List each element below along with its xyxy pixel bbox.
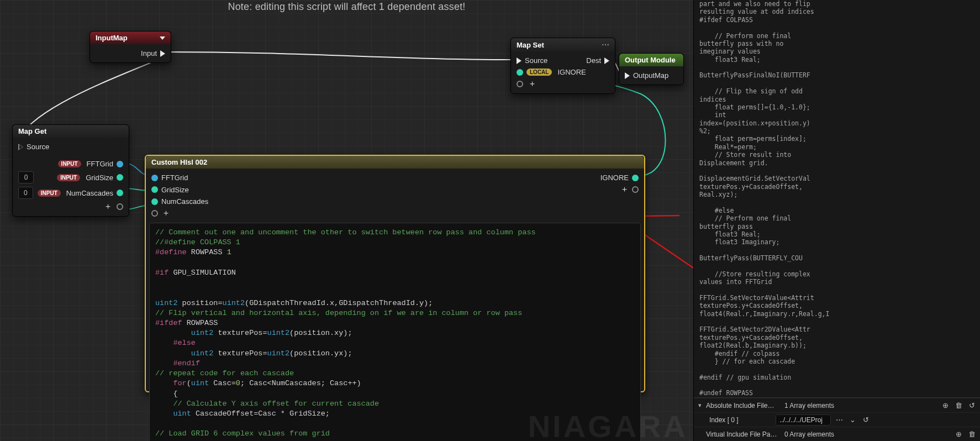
reset-icon[interactable]: ↺ — [861, 415, 871, 425]
pin-extra[interactable] — [632, 186, 639, 193]
node-title: Custom Hlsl 002 — [151, 158, 207, 166]
pin-extra[interactable] — [151, 210, 158, 217]
ellipsis-icon[interactable]: ⋯ — [834, 415, 844, 425]
hlsl-code-editor[interactable]: // Comment out one and uncomment the oth… — [149, 223, 641, 441]
trash-icon[interactable]: 🗑 — [967, 429, 977, 439]
node-header[interactable]: Output Module — [619, 54, 683, 66]
node-title: Map Set — [517, 41, 544, 49]
data-pin-out[interactable] — [632, 175, 639, 181]
file-path-input[interactable] — [776, 414, 831, 426]
add-pin-button[interactable]: ＋ — [103, 202, 112, 211]
graph-canvas[interactable]: Note: editing this script will affect 1 … — [0, 0, 693, 441]
data-pin-in[interactable] — [517, 69, 523, 76]
chevron-down-icon[interactable]: ⌄ — [847, 415, 857, 425]
add-element-button[interactable]: ⊕ — [940, 401, 950, 411]
pin-label: NumCascades — [161, 197, 208, 206]
data-pin-in[interactable] — [151, 198, 158, 205]
prop-label: Absolute Include File… — [706, 402, 781, 410]
svg-line-1 — [641, 232, 693, 360]
prop-row-abs-include[interactable]: ▾ Absolute Include File… 1 Array element… — [694, 398, 980, 412]
trash-icon[interactable]: 🗑 — [953, 401, 963, 411]
exec-pin-in[interactable] — [18, 144, 23, 150]
prop-value: 1 Array elements — [784, 402, 937, 410]
node-custom-hlsl[interactable]: Custom Hlsl 002 FFTGrid IGNORE GridSize — [145, 155, 645, 392]
properties-section: ▾ Absolute Include File… 1 Array element… — [694, 397, 980, 441]
note-banner: Note: editing this script will affect 1 … — [0, 0, 693, 13]
pin-label: GridSize — [86, 174, 113, 182]
pin-label: FFTGrid — [87, 160, 113, 168]
ellipsis-icon[interactable]: ⋯ — [602, 40, 609, 49]
pin-label: OutputMap — [633, 71, 668, 80]
pin-extra[interactable] — [117, 203, 123, 210]
prop-row-virt-include[interactable]: ▾ Virtual Include File Pa… 0 Array eleme… — [694, 427, 980, 441]
pin-label: Input — [141, 49, 157, 57]
int-field[interactable]: 0 — [18, 187, 33, 199]
pin-label: Source — [27, 143, 49, 151]
pin-extra[interactable] — [517, 81, 523, 87]
exec-pin-out[interactable] — [604, 57, 609, 64]
badge-input: INPUT — [38, 190, 61, 197]
pin-label: GridSize — [161, 186, 189, 194]
data-pin-out[interactable] — [117, 174, 123, 181]
badge-input: INPUT — [57, 174, 80, 181]
node-header[interactable]: InputMap — [90, 32, 171, 44]
add-input-button[interactable]: ＋ — [161, 209, 170, 218]
pin-label: IGNORE — [557, 68, 586, 76]
node-header[interactable]: Map Get — [13, 125, 129, 138]
badge-input: INPUT — [58, 160, 81, 167]
int-field[interactable]: 0 — [18, 171, 34, 183]
reset-icon[interactable]: ↺ — [967, 401, 977, 411]
node-title: Output Module — [625, 56, 676, 64]
add-element-button[interactable]: ⊕ — [953, 429, 963, 439]
node-outputmodule[interactable]: Output Module OutputMap — [619, 53, 684, 85]
prop-value: 0 Array elements — [784, 431, 950, 438]
add-output-button[interactable]: ＋ — [620, 185, 629, 194]
node-header[interactable]: Custom Hlsl 002 — [146, 156, 644, 169]
chevron-down-icon[interactable] — [160, 36, 165, 40]
exec-pin-in[interactable] — [517, 57, 521, 64]
data-pin-in[interactable] — [151, 186, 158, 193]
data-pin-out[interactable] — [117, 190, 123, 196]
node-mapget[interactable]: Map Get Source INPUT FFTGrid 0 — [12, 124, 129, 217]
node-inputmap[interactable]: InputMap Input — [89, 31, 171, 63]
prop-label: Index [ 0 ] — [709, 416, 772, 424]
node-title: InputMap — [96, 34, 128, 42]
exec-pin-out[interactable] — [160, 50, 165, 57]
code-preview[interactable]: part and we also need to flip resulting … — [694, 0, 980, 397]
pin-label: IGNORE — [600, 174, 629, 182]
data-pin-in[interactable] — [151, 175, 158, 181]
add-pin-button[interactable]: ＋ — [528, 80, 536, 88]
pin-label: FFTGrid — [161, 174, 188, 182]
prop-row-index0[interactable]: Index [ 0 ] ⋯ ⌄ ↺ — [694, 412, 980, 427]
pin-label: Source — [525, 56, 547, 65]
exec-pin-in[interactable] — [625, 72, 630, 79]
pin-label: NumCascades — [66, 189, 113, 197]
node-header[interactable]: Map Set ⋯ — [511, 38, 615, 51]
details-panel[interactable]: part and we also need to flip resulting … — [693, 0, 980, 441]
node-title: Map Get — [18, 127, 46, 135]
data-pin-out[interactable] — [117, 161, 123, 167]
badge-local: LOCAL — [526, 69, 552, 76]
chevron-down-icon[interactable]: ▾ — [697, 402, 703, 409]
prop-label: Virtual Include File Pa… — [706, 431, 781, 438]
pin-label: Dest — [586, 56, 601, 65]
node-mapset[interactable]: Map Set ⋯ Source Dest LOCAL IGNORE — [510, 38, 615, 94]
